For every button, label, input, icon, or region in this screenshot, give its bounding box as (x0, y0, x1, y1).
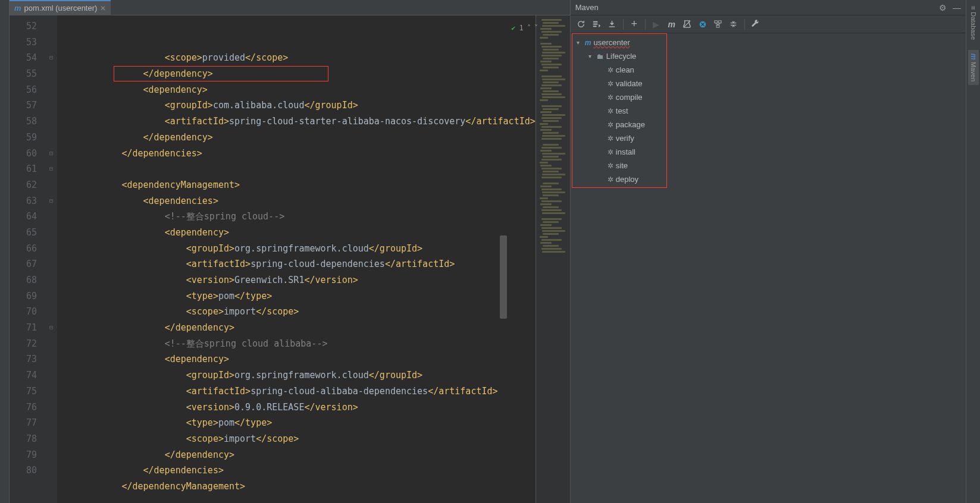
code-line[interactable] (57, 161, 536, 177)
add-icon[interactable]: + (627, 17, 641, 32)
line-number[interactable]: 55 (10, 66, 37, 82)
code-line[interactable]: </dependency> (57, 66, 536, 82)
scrollbar-thumb[interactable] (500, 235, 507, 319)
code-line[interactable]: <dependencies> (57, 193, 536, 209)
code-line[interactable]: <groupId>org.springframework.cloud</grou… (57, 241, 536, 257)
fold-mark[interactable] (45, 256, 57, 272)
code-line[interactable]: <groupId>org.springframework.cloud</grou… (57, 367, 536, 383)
lifecycle-phase-site[interactable]: ✲site (571, 159, 966, 172)
code-line[interactable]: <dependencyManagement> (57, 177, 536, 193)
code-line[interactable]: <artifactId>spring-cloud-dependencies</a… (57, 256, 536, 272)
line-number[interactable]: 62 (10, 177, 37, 193)
fold-column[interactable]: ⊟⊟⊟⊟⊟ (45, 15, 57, 503)
line-number[interactable]: 75 (10, 383, 37, 400)
line-number[interactable]: 77 (10, 415, 37, 431)
editor-body[interactable]: 5253545556575859606162636465666768697071… (10, 15, 570, 503)
code-line[interactable]: <artifactId>spring-cloud-starter-alibaba… (57, 114, 536, 130)
tree-node-project[interactable]: ▾ m usercenter (571, 36, 966, 49)
code-line[interactable]: </dependencies> (57, 463, 536, 479)
download-sources-icon[interactable] (605, 17, 619, 32)
line-number[interactable]: 80 (10, 463, 37, 479)
fold-mark[interactable] (45, 447, 57, 463)
generate-sources-icon[interactable] (590, 17, 604, 32)
line-number[interactable]: 54 (10, 50, 37, 66)
fold-mark[interactable] (45, 415, 57, 431)
fold-mark[interactable]: ⊟ (45, 193, 57, 209)
fold-mark[interactable] (45, 272, 57, 288)
minimize-icon[interactable]: — (953, 3, 961, 12)
file-tab-pom[interactable]: m pom.xml (usercenter) ✕ (10, 0, 111, 15)
fold-mark[interactable] (45, 431, 57, 447)
code-area[interactable]: <scope>provided</scope> </dependency> <d… (57, 15, 536, 503)
code-line[interactable] (57, 495, 536, 503)
line-number[interactable]: 58 (10, 114, 37, 130)
code-line[interactable]: <type>pom</type> (57, 415, 536, 431)
line-number[interactable]: 76 (10, 400, 37, 416)
m-icon[interactable]: m (665, 17, 679, 32)
fold-mark[interactable]: ⊟ (45, 146, 57, 162)
line-number[interactable]: 53 (10, 34, 37, 51)
line-number[interactable]: 73 (10, 351, 37, 367)
line-number[interactable]: 72 (10, 336, 37, 352)
code-line[interactable]: <version>Greenwich.SR1</version> (57, 272, 536, 288)
code-line[interactable]: <dependency> (57, 82, 536, 98)
gear-icon[interactable]: ⚙ (939, 3, 947, 12)
fold-mark[interactable] (45, 98, 57, 114)
code-line[interactable]: <scope>import</scope> (57, 431, 536, 447)
fold-mark[interactable] (45, 367, 57, 383)
minimap[interactable] (536, 15, 570, 503)
wrench-icon[interactable] (749, 17, 763, 32)
chevron-down-icon[interactable]: ▾ (577, 39, 583, 46)
line-number[interactable]: 65 (10, 225, 37, 241)
lifecycle-phase-deploy[interactable]: ✲deploy (571, 172, 966, 186)
code-line[interactable]: <groupId>com.alibaba.cloud</groupId> (57, 98, 536, 114)
fold-mark[interactable] (45, 463, 57, 479)
fold-mark[interactable] (45, 177, 57, 193)
chevron-down-icon[interactable]: ▾ (588, 53, 594, 59)
line-gutter[interactable]: 5253545556575859606162636465666768697071… (10, 15, 45, 503)
fold-mark[interactable] (45, 82, 57, 98)
lifecycle-phase-package[interactable]: ✲package (571, 118, 966, 131)
tree-node-lifecycle[interactable]: ▾ 🖿 Lifecycle (571, 49, 966, 63)
code-line[interactable]: </dependency> (57, 447, 536, 463)
line-number[interactable]: 68 (10, 272, 37, 288)
chevron-down-icon[interactable]: ˅ (534, 20, 538, 36)
fold-mark[interactable] (45, 130, 57, 146)
reload-icon[interactable] (574, 17, 588, 32)
lifecycle-phase-verify[interactable]: ✲verify (571, 131, 966, 145)
code-line[interactable]: </dependency> (57, 130, 536, 146)
fold-mark[interactable] (45, 66, 57, 82)
code-line[interactable]: </dependency> (57, 320, 536, 336)
code-line[interactable]: <dependency> (57, 225, 536, 241)
fold-mark[interactable] (45, 225, 57, 241)
maven-tree[interactable]: ▾ m usercenter ▾ 🖿 Lifecycle ✲clean✲vali… (571, 33, 966, 503)
chevron-up-icon[interactable]: ˄ (527, 20, 531, 36)
lifecycle-phase-validate[interactable]: ✲validate (571, 77, 966, 90)
lifecycle-phase-test[interactable]: ✲test (571, 104, 966, 118)
code-line[interactable]: <scope>import</scope> (57, 304, 536, 320)
fold-mark[interactable]: ⊟ (45, 50, 57, 66)
line-number[interactable]: 78 (10, 431, 37, 447)
fold-mark[interactable] (45, 383, 57, 400)
code-line[interactable]: <artifactId>spring-cloud-alibaba-depende… (57, 383, 536, 400)
line-number[interactable]: 71 (10, 320, 37, 336)
offline-mode-icon[interactable] (696, 17, 710, 32)
fold-mark[interactable] (45, 336, 57, 352)
line-number[interactable]: 63 (10, 193, 37, 209)
fold-mark[interactable] (45, 351, 57, 367)
code-line[interactable]: </dependencyManagement> (57, 479, 536, 495)
lifecycle-phase-compile[interactable]: ✲compile (571, 90, 966, 104)
collapse-all-icon[interactable] (727, 17, 741, 32)
line-number[interactable]: 79 (10, 447, 37, 463)
fold-mark[interactable] (45, 209, 57, 225)
left-tool-stripe[interactable] (0, 0, 10, 503)
line-number[interactable]: 70 (10, 304, 37, 320)
database-tool-tab[interactable]: ≡ Database (969, 2, 978, 44)
fold-mark[interactable] (45, 241, 57, 257)
line-number[interactable]: 64 (10, 209, 37, 225)
line-number[interactable]: 67 (10, 256, 37, 272)
line-number[interactable]: 60 (10, 146, 37, 162)
code-line[interactable]: <scope>provided</scope> (57, 50, 536, 66)
toggle-skip-tests-icon[interactable] (680, 17, 694, 32)
fold-mark[interactable] (45, 304, 57, 320)
